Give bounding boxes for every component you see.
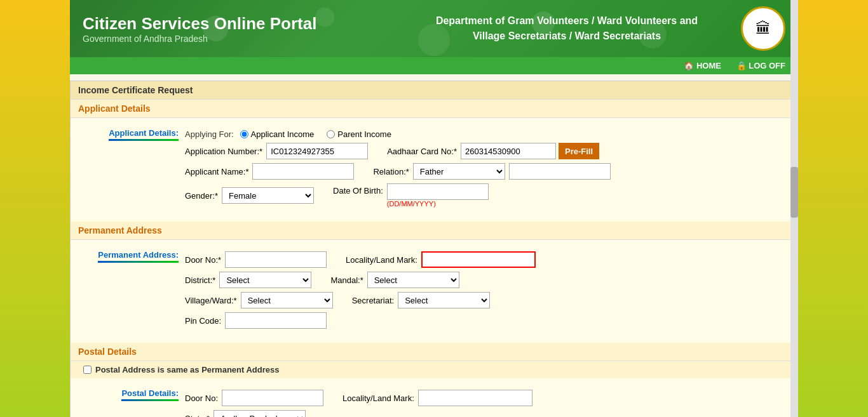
perm-pin-row: Pin Code:	[185, 312, 785, 329]
page-title: Income Certificate Request	[71, 81, 797, 100]
perm-mandal-select[interactable]: Select	[367, 272, 459, 288]
gender-select[interactable]: Female Male Other	[222, 187, 314, 204]
gender-group: Gender:* Female Male Other	[185, 187, 314, 204]
postal-state-select[interactable]: Andhra Pradesh Telangana	[214, 410, 306, 417]
perm-secretariat-label: Secretariat:	[352, 296, 394, 305]
portal-title: Citizen Services Online Portal	[83, 14, 405, 34]
header-logo: 🏛	[741, 6, 785, 51]
perm-locality-label: Locality/Land Mark:	[346, 255, 417, 265]
scrollbar-thumb[interactable]	[790, 167, 798, 218]
perm-section-header: Permanent Address	[71, 222, 797, 240]
postal-form-section: Postal Details: Door No: Locality/Land M…	[71, 378, 797, 417]
applicant-tab-container: Applicant Details:	[71, 126, 185, 215]
applicant-name-group: Applicant Name:*	[185, 163, 354, 180]
dob-hint: (DD/MM/YYYY)	[387, 200, 489, 208]
aadhaar-label: Aadhaar Card No:*	[387, 147, 457, 156]
dob-input[interactable]	[387, 183, 489, 200]
postal-door-label: Door No:	[185, 394, 218, 403]
perm-locality-input[interactable]	[421, 251, 536, 268]
perm-door-input[interactable]	[225, 251, 327, 268]
logoff-link[interactable]: 🔒 LOG OFF	[736, 61, 785, 70]
perm-village-label: Village/Ward:*	[185, 296, 237, 305]
dept-line1: Department of Gram Volunteers / Ward Vol…	[436, 15, 698, 26]
same-address-label[interactable]: Postal Address is same as Permanent Addr…	[95, 365, 280, 374]
radio-parent-input[interactable]	[327, 130, 335, 138]
relation-group: Relation:* Father Mother Spouse	[373, 163, 610, 180]
portal-subtitle: Government of Andhra Pradesh	[83, 34, 405, 44]
applicant-tab-row: Applicant Details: Applying For: Applica…	[71, 124, 797, 215]
perm-tab-container: Permanent Address:	[71, 248, 185, 336]
perm-mandal-label: Mandal:*	[330, 275, 363, 285]
postal-door-group: Door No:	[185, 390, 323, 406]
postal-state-row: State:* Andhra Pradesh Telangana	[185, 410, 785, 417]
dob-group: Date Of Birth: (DD/MM/YYYY)	[333, 183, 489, 208]
dept-line2: Village Secretariats / Ward Secretariats	[473, 30, 661, 41]
perm-mandal-group: Mandal:* Select	[330, 272, 459, 288]
perm-door-group: Door No:*	[185, 251, 327, 268]
prefill-button[interactable]: Pre-Fill	[559, 143, 599, 159]
postal-tab-container: Postal Details:	[71, 386, 185, 417]
postal-locality-input[interactable]	[418, 390, 532, 406]
relation-controls: Father Mother Spouse	[413, 163, 611, 180]
perm-district-group: District:* Select Anantapur	[185, 272, 311, 288]
dob-label: Date Of Birth:	[333, 186, 383, 195]
dob-container: (DD/MM/YYYY)	[387, 183, 489, 208]
radio-group: Applicant Income Parent Income	[240, 129, 391, 139]
navbar: 🏠 HOME 🔒 LOG OFF	[70, 57, 798, 74]
perm-secretariat-select[interactable]: Select	[398, 292, 490, 308]
header-left: Citizen Services Online Portal Governmen…	[83, 14, 405, 44]
applicant-form-section: Applicant Details: Applying For: Applica…	[71, 118, 797, 222]
postal-locality-label: Locality/Land Mark:	[342, 394, 414, 403]
perm-pin-input[interactable]	[225, 312, 327, 329]
aadhaar-group: Aadhaar Card No:* Pre-Fill	[387, 143, 599, 159]
perm-tab-row: Permanent Address: Door No:* Locality/La…	[71, 246, 797, 336]
perm-locality-group: Locality/Land Mark:	[346, 251, 536, 268]
applicant-tab-label: Applicant Details:	[109, 128, 179, 141]
postal-door-input[interactable]	[222, 390, 323, 406]
radio-parent-label: Parent Income	[337, 129, 391, 139]
gender-label: Gender:*	[185, 191, 218, 201]
relation-select[interactable]: Father Mother Spouse	[413, 163, 505, 180]
main-content: Income Certificate Request Applicant Det…	[70, 81, 798, 417]
home-link[interactable]: 🏠 HOME	[684, 61, 721, 70]
perm-secretariat-group: Secretariat: Select	[352, 292, 490, 308]
perm-door-locality-row: Door No:* Locality/Land Mark:	[185, 251, 785, 268]
postal-section-header: Postal Details	[71, 343, 797, 361]
postal-tab-row: Postal Details: Door No: Locality/Land M…	[71, 385, 797, 417]
perm-village-group: Village/Ward:* Select	[185, 292, 333, 308]
app-number-group: Application Number:*	[185, 143, 368, 159]
gender-dob-row: Gender:* Female Male Other Date Of Birth…	[185, 183, 797, 208]
name-relation-row: Applicant Name:* Relation:* Father Mothe…	[185, 163, 797, 180]
scrollbar[interactable]	[790, 0, 798, 417]
same-address-checkbox[interactable]	[83, 366, 92, 374]
perm-fields: Door No:* Locality/Land Mark: District:*	[185, 248, 797, 336]
applicant-name-input[interactable]	[252, 163, 354, 180]
postal-locality-group: Locality/Land Mark:	[342, 390, 532, 406]
relation-text-input[interactable]	[509, 163, 611, 180]
perm-district-select[interactable]: Select Anantapur	[219, 272, 311, 288]
postal-tab-label: Postal Details:	[121, 388, 179, 401]
app-aadhaar-row: Application Number:* Aadhaar Card No:* P…	[185, 143, 797, 159]
radio-applicant-income[interactable]: Applicant Income	[240, 129, 315, 139]
app-number-input[interactable]	[266, 143, 368, 159]
perm-pin-label: Pin Code:	[185, 316, 221, 326]
perm-district-mandal-row: District:* Select Anantapur Mandal:* Sel…	[185, 272, 785, 288]
applying-for-row: Applying For: Applicant Income Parent In…	[185, 126, 797, 215]
app-number-label: Application Number:*	[185, 147, 262, 156]
perm-district-label: District:*	[185, 275, 215, 285]
aadhaar-input[interactable]	[461, 143, 556, 159]
header: Citizen Services Online Portal Governmen…	[70, 0, 798, 57]
radio-applicant-input[interactable]	[240, 130, 248, 138]
postal-door-locality-row: Door No: Locality/Land Mark:	[185, 390, 785, 406]
applicant-section-header: Applicant Details	[71, 100, 797, 118]
applying-for-group: Applying For: Applicant Income Parent In…	[185, 129, 797, 139]
perm-village-select[interactable]: Select	[241, 292, 333, 308]
postal-state-label: State:*	[185, 414, 210, 418]
same-address-row: Postal Address is same as Permanent Addr…	[71, 361, 797, 378]
applying-for-label: Applying For:	[185, 129, 234, 139]
radio-applicant-label: Applicant Income	[251, 129, 315, 139]
perm-tab-label: Permanent Address:	[98, 250, 179, 263]
applicant-name-label: Applicant Name:*	[185, 167, 248, 176]
radio-parent-income[interactable]: Parent Income	[327, 129, 391, 139]
perm-village-sec-row: Village/Ward:* Select Secretariat: Selec…	[185, 292, 785, 308]
